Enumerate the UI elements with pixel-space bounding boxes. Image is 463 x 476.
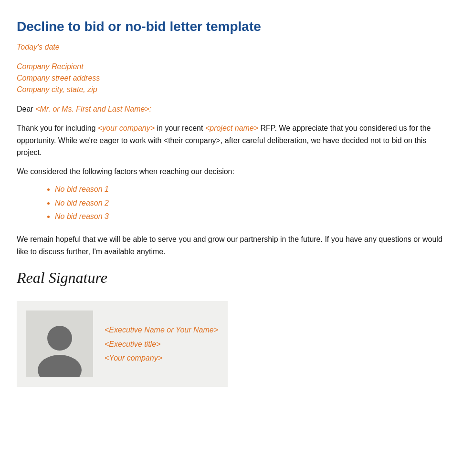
address-block: Company Recipient Company street address… — [17, 61, 446, 95]
dear-prefix: Dear — [17, 105, 35, 113]
contact-block: <Executive Name or Your Name> <Executive… — [17, 301, 228, 387]
avatar — [26, 310, 93, 377]
company-street: Company street address — [17, 72, 446, 84]
project-name-placeholder: <project name> — [205, 124, 258, 132]
intro-text-middle: in your recent — [155, 124, 205, 132]
reason-3: No bid reason 3 — [55, 210, 446, 224]
date-field: Today's date — [17, 43, 446, 52]
reason-2: No bid reason 2 — [55, 197, 446, 210]
intro-text-before: Thank you for including — [17, 124, 98, 132]
signature: Real Signature — [17, 269, 107, 286]
executive-name: <Executive Name or Your Name> — [105, 324, 218, 336]
svg-point-1 — [38, 355, 82, 377]
contact-company: <Your company> — [105, 352, 218, 364]
name-placeholder: <Mr. or Ms. First and Last Name>: — [35, 105, 151, 113]
intro-paragraph: Thank you for including <your company> i… — [17, 122, 446, 159]
reasons-list: No bid reason 1 No bid reason 2 No bid r… — [55, 183, 446, 224]
company-recipient: Company Recipient — [17, 61, 446, 72]
closing-paragraph: We remain hopeful that we will be able t… — [17, 233, 446, 258]
executive-title: <Executive title> — [105, 338, 218, 351]
svg-point-0 — [47, 326, 72, 351]
avatar-icon — [33, 320, 86, 377]
your-company-placeholder: <your company> — [98, 124, 155, 132]
factors-intro: We considered the following factors when… — [17, 167, 446, 176]
signature-block: Real Signature — [17, 269, 446, 287]
company-city-state-zip: Company city, state, zip — [17, 84, 446, 95]
page-title: Decline to bid or no-bid letter template — [17, 19, 446, 34]
reason-1: No bid reason 1 — [55, 183, 446, 197]
contact-info: <Executive Name or Your Name> <Executive… — [105, 324, 218, 364]
salutation: Dear <Mr. or Ms. First and Last Name>: — [17, 105, 446, 114]
